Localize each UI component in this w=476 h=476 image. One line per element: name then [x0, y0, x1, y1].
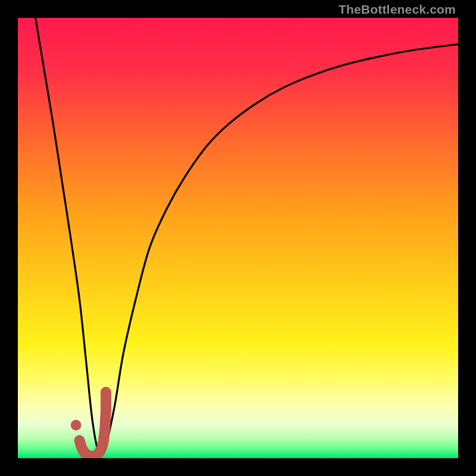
- chart-svg: [18, 18, 458, 458]
- plot-area: [18, 18, 458, 458]
- bottleneck-curve: [36, 18, 458, 455]
- watermark-text: TheBottleneck.com: [339, 2, 456, 17]
- outer-frame: TheBottleneck.com: [0, 0, 476, 476]
- j-marker-dot: [71, 420, 82, 431]
